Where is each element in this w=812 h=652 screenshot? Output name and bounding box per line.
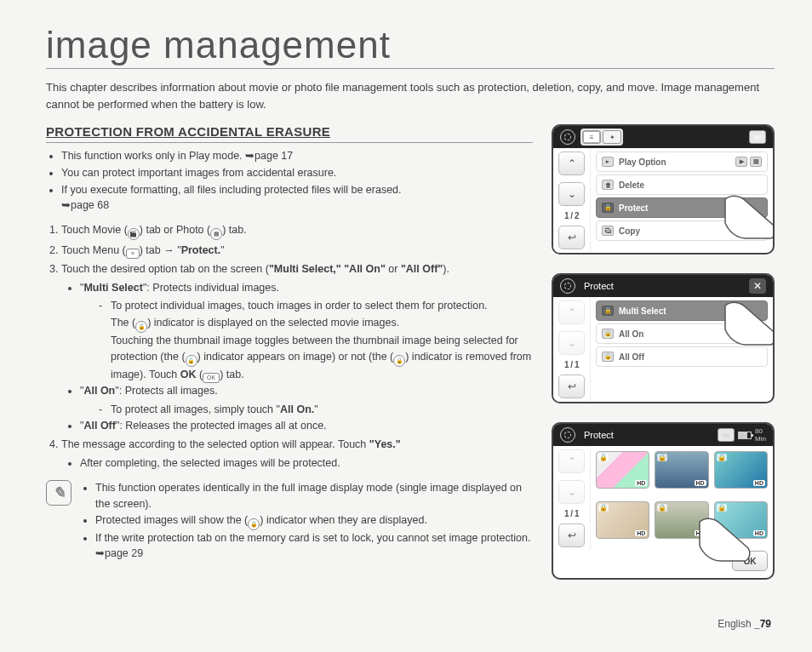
down-button[interactable]: ⌄ (558, 480, 585, 504)
up-button[interactable]: ⌃ (558, 449, 585, 473)
note: Protected images will show the (🔒) indic… (95, 512, 533, 530)
thumbnail[interactable]: 🔒HD (714, 451, 768, 489)
page-title: image management (46, 24, 775, 69)
mode-dial-icon (560, 278, 575, 294)
back-button[interactable]: ↩ (558, 226, 585, 249)
menu-copy[interactable]: ⿻Copy (596, 220, 768, 241)
down-button[interactable]: ⌄ (558, 182, 585, 206)
lock-icon: 🔒 (598, 454, 609, 461)
note-icon: ✎ (46, 480, 71, 506)
lock-icon: 🔒 (186, 355, 197, 367)
page-indicator: 1 / 1 (553, 358, 590, 371)
unlock-icon: 🔓 (602, 352, 614, 362)
bullet: You can protect important images from ac… (61, 165, 533, 181)
panel-title: Protect (584, 430, 614, 440)
lock-icon: 🔒 (248, 518, 260, 530)
note: If the write protection tab on the memor… (95, 530, 533, 563)
menu-protect[interactable]: 🔒Protect (596, 197, 768, 218)
thumbnail[interactable]: 🔒HD (655, 451, 708, 489)
up-button[interactable]: ⌃ (558, 300, 585, 324)
lock-icon: 🔒 (602, 306, 614, 316)
hd-badge: HD (753, 530, 765, 536)
page-indicator: 1 / 1 (553, 507, 590, 520)
mode-dial-icon (560, 129, 575, 145)
lock-icon: 🔒 (602, 329, 614, 339)
bullet: This function works only in Play mode. ➥… (61, 148, 533, 164)
intro-text: This chapter describes information about… (46, 79, 775, 112)
lock-icon: 🔒 (717, 454, 727, 461)
list-icon: ▤ (750, 157, 762, 167)
play-option-icon: ▸ (602, 157, 614, 167)
option-all-off[interactable]: 🔓All Off (596, 346, 768, 367)
screenshot-panel-protect-options: Protect ✕ ⌃ ⌄ 1 / 1 ↩ 🔒Multi Select 🔒All… (552, 273, 775, 403)
copy-icon: ⿻ (602, 226, 614, 236)
back-button[interactable]: ↩ (558, 375, 585, 398)
hd-badge: HD (635, 480, 647, 486)
lock-icon: 🔒 (135, 321, 147, 333)
option-multi-select[interactable]: 🔒Multi Select (596, 300, 768, 321)
bullet: If you execute formatting, all files inc… (61, 182, 533, 214)
step-1: Touch Movie (🎬) tab or Photo (▦) tab. (61, 222, 533, 240)
lock-icon: 🔒 (598, 504, 609, 512)
lock-icon: 🔒 (393, 355, 405, 367)
storage-icon: IN (718, 428, 735, 442)
lock-icon: 🔒 (602, 203, 614, 213)
step-3: Touch the desired option tab on the scre… (61, 261, 533, 434)
hd-badge: HD (695, 480, 706, 486)
option-all-on[interactable]: 🔒All On (596, 323, 768, 344)
page-footer: English _79 (718, 618, 771, 630)
down-button[interactable]: ⌄ (558, 331, 585, 355)
hd-badge: HD (753, 480, 765, 486)
ok-button[interactable]: OK (732, 551, 768, 571)
note: This function operates identically in th… (95, 480, 533, 512)
movie-icon: 🎬 (128, 228, 140, 240)
battery-icon (738, 432, 752, 439)
back-button[interactable]: ↩ (558, 523, 585, 547)
panel-title: Protect (584, 281, 614, 291)
lock-icon: 🔒 (657, 454, 667, 461)
close-button[interactable]: ✕ (749, 278, 766, 294)
thumbnail[interactable]: 🔒HD (596, 451, 649, 489)
thumbnail[interactable]: 🔒HD (596, 501, 649, 539)
menu-delete[interactable]: 🗑Delete (596, 174, 768, 195)
screenshot-panel-menu: ≡ ✦ IN ⌃ ⌄ 1 / 2 ↩ ▸Play Option▶▤ 🗑Delet… (552, 124, 775, 255)
up-button[interactable]: ⌃ (558, 152, 585, 175)
menu-play-option[interactable]: ▸Play Option▶▤ (596, 152, 768, 172)
screenshot-panel-thumbnails: Protect IN 80Min ⌃ ⌄ 1 / 1 ↩ 🔒HD 🔒HD � (552, 422, 775, 580)
trash-icon: 🗑 (602, 180, 614, 190)
lock-icon: 🔒 (657, 504, 667, 512)
thumbnail[interactable]: 🔒HD (655, 501, 708, 539)
storage-icon: IN (749, 130, 766, 144)
mode-dial-icon (560, 427, 575, 443)
section-heading: PROTECTION FROM ACCIDENTAL ERASURE (46, 124, 533, 143)
menu-icon: ≡ (126, 249, 140, 259)
thumbnail[interactable]: 🔒HD (714, 501, 768, 539)
ok-icon: OK (203, 373, 220, 383)
step-2: Touch Menu (≡) tab → "Protect." (61, 243, 533, 259)
hd-badge: HD (635, 530, 647, 536)
hd-badge: HD (695, 530, 706, 536)
tab-settings-icon[interactable]: ✦ (603, 130, 621, 144)
lock-icon: 🔒 (717, 504, 727, 512)
step-4: The message according to the selected op… (61, 437, 533, 472)
page-indicator: 1 / 2 (553, 209, 590, 222)
photo-icon: ▦ (210, 228, 222, 240)
tab-list-icon[interactable]: ≡ (582, 130, 601, 144)
play-icon: ▶ (735, 157, 747, 167)
